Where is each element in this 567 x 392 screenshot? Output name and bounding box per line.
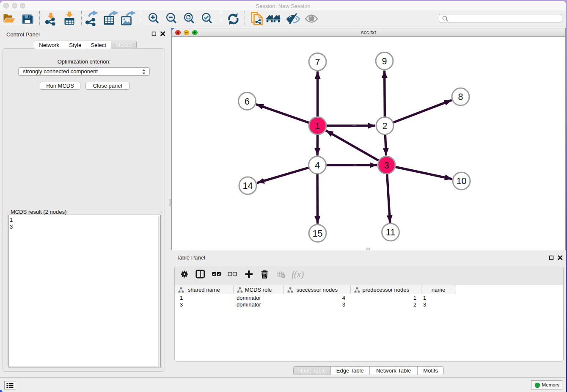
svg-text:14: 14	[243, 181, 253, 191]
svg-text:6: 6	[245, 97, 250, 107]
svg-text:15: 15	[313, 229, 323, 239]
svg-text:1: 1	[315, 121, 320, 131]
svg-text:10: 10	[457, 176, 467, 186]
svg-text:8: 8	[458, 92, 463, 102]
svg-text:7: 7	[315, 57, 320, 67]
svg-text:11: 11	[386, 227, 395, 237]
svg-text:f(x): f(x)	[292, 269, 304, 279]
svg-text:9: 9	[382, 56, 387, 66]
svg-text:4: 4	[315, 160, 320, 171]
svg-text:3: 3	[384, 160, 389, 171]
svg-text:2: 2	[383, 121, 388, 131]
